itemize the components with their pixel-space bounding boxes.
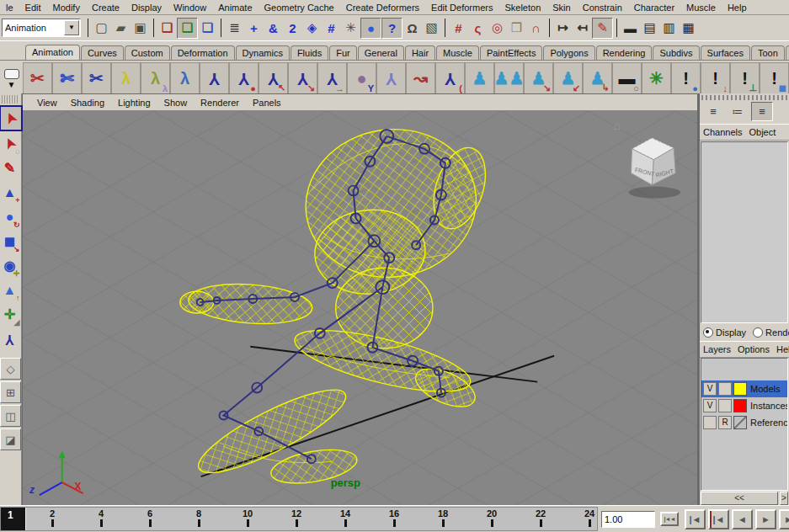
timeline-frame[interactable]: 20 xyxy=(467,508,516,530)
menu-item[interactable]: Animate xyxy=(212,2,258,13)
select-misc-icon[interactable]: ? xyxy=(381,18,402,39)
timeline-frame[interactable]: 4 xyxy=(77,508,125,530)
rotate-tool[interactable]: ● ↻ xyxy=(0,205,21,229)
shelf-tab[interactable]: Hair xyxy=(405,45,435,60)
layer-color-swatch[interactable] xyxy=(733,382,747,396)
select-rendering-icon[interactable]: ● xyxy=(360,18,381,39)
menu-item[interactable]: Help xyxy=(722,2,753,13)
soft-modification-tool[interactable]: ▲ ↑ xyxy=(0,278,21,302)
timeline-frame[interactable]: 6 xyxy=(125,508,174,530)
play-backwards-button[interactable]: ◄ xyxy=(732,509,753,529)
layer-reference-toggle[interactable]: R xyxy=(718,416,732,429)
last-tool[interactable]: Y xyxy=(0,327,21,351)
menu-item[interactable]: Display xyxy=(125,2,168,13)
shelf-tab[interactable]: Dynamics xyxy=(236,45,290,60)
shelf-character-move-icon[interactable]: ♟ ↙ xyxy=(553,62,583,94)
shelf-detach-skin-icon[interactable]: Y xyxy=(376,62,406,94)
snap-align-icon[interactable]: ∩ xyxy=(526,19,546,38)
menu-item[interactable]: Character xyxy=(628,2,680,13)
render-settings-icon[interactable]: ▦ xyxy=(679,19,698,38)
layout-persp-outliner-button[interactable]: ◫ xyxy=(0,405,21,427)
layer-visibility-toggle[interactable]: V xyxy=(703,399,717,412)
layer-row[interactable]: R Reference xyxy=(701,414,787,431)
shelf-motion-path-icon[interactable]: ↝ xyxy=(406,62,435,94)
shelf-warn-axes-icon[interactable]: ! ⊥ xyxy=(730,62,760,94)
shelf-tab[interactable]: General xyxy=(358,45,404,60)
layer-editor-menu-item[interactable]: Layers xyxy=(701,343,736,355)
layer-reference-toggle[interactable] xyxy=(718,399,732,412)
shelf-tab[interactable]: Polygons xyxy=(543,45,594,60)
timeline-frame[interactable]: 16 xyxy=(370,508,418,530)
channel-box-menu-item[interactable]: Channels xyxy=(701,126,747,138)
scroll-right-button[interactable]: > xyxy=(780,492,788,505)
render-view-icon[interactable]: ▬ xyxy=(621,19,640,38)
select-surfaces-icon[interactable]: ◈ xyxy=(302,19,322,38)
go-to-start-button[interactable]: |◄ xyxy=(685,509,706,529)
selection-mask-menu-icon[interactable]: ≣ xyxy=(225,19,244,38)
output-connections-icon[interactable]: ↤ xyxy=(573,19,592,38)
shelf-popup-icon[interactable] xyxy=(4,69,19,79)
shelf-menu-arrow-icon[interactable]: ▼ xyxy=(8,82,16,88)
input-connections-icon[interactable]: ↦ xyxy=(553,19,573,38)
shelf-expression-icon[interactable]: ✳ xyxy=(642,62,671,94)
shelf-insert-joint-icon[interactable]: Y → xyxy=(317,62,347,94)
menu-item[interactable]: Constrain xyxy=(577,2,628,13)
menu-item[interactable]: Muscle xyxy=(680,2,722,13)
shelf-tab[interactable]: Rendering xyxy=(596,45,653,60)
channel-box-menu-item[interactable]: Object xyxy=(747,126,781,138)
channel-layout-detail-icon[interactable]: ≔ xyxy=(727,102,749,121)
layer-editor-menu-item[interactable]: Options xyxy=(736,343,775,355)
shelf-warn-cube-icon[interactable]: ! ◼ xyxy=(760,62,789,94)
play-forwards-button[interactable]: ► xyxy=(755,509,776,529)
menu-item[interactable]: Edit xyxy=(19,2,47,13)
snap-curve-icon[interactable]: ς xyxy=(468,19,488,38)
show-manipulator-tool[interactable]: ✛ ◢ xyxy=(0,302,21,327)
shelf-tab[interactable]: Toon xyxy=(751,45,785,60)
snap-grid-icon[interactable]: # xyxy=(449,19,468,38)
shelf-tab[interactable]: Subdivs xyxy=(653,45,699,60)
shelf-character-icon[interactable]: ♟ xyxy=(465,62,494,94)
shelf-bind-skin-icon[interactable]: ● Y xyxy=(347,62,376,94)
snap-point-icon[interactable]: ◎ xyxy=(488,19,507,38)
shelf-character-attach-icon[interactable]: ♟ ↘ xyxy=(524,62,553,94)
menu-item[interactable]: Edit Deformers xyxy=(425,2,498,13)
shelf-tab[interactable]: Fluids xyxy=(291,45,328,60)
select-deformations-icon[interactable]: # xyxy=(322,19,341,38)
timeline-frame[interactable]: 14 xyxy=(321,508,370,530)
viewport-menu-item[interactable]: View xyxy=(31,97,63,109)
menu-item[interactable]: Geometry Cache xyxy=(259,2,340,13)
layer-row[interactable]: V Instances xyxy=(701,397,787,414)
shelf-tab[interactable]: Fur xyxy=(329,45,357,60)
channel-layout-list-icon[interactable]: ≡ xyxy=(702,102,724,121)
viewport-menu-item[interactable]: Lighting xyxy=(112,97,157,109)
shelf-ik-handle-icon[interactable]: Y ● xyxy=(229,62,259,94)
highlight-selection-icon[interactable]: ▧ xyxy=(422,19,441,38)
timeline-frame[interactable]: 18 xyxy=(418,508,467,530)
step-forward-button[interactable]: ► xyxy=(779,509,789,529)
timeline-strip[interactable]: 1 2 4 6 8 xyxy=(0,507,598,531)
chevron-down-icon[interactable]: ▼ xyxy=(64,20,79,35)
save-scene-icon[interactable]: ▣ xyxy=(131,19,150,38)
shelf-walk-cycle-icon[interactable]: λ λ xyxy=(141,62,170,94)
shelf-walk-icon[interactable]: λ xyxy=(111,62,141,94)
render-radio[interactable]: Render xyxy=(753,327,789,338)
open-scene-icon[interactable]: ▰ xyxy=(111,19,131,38)
toolbox-grip[interactable] xyxy=(2,95,19,104)
layer-color-swatch[interactable] xyxy=(733,399,747,412)
shelf-tab[interactable]: PaintEffects xyxy=(480,45,543,60)
shelf-spline-ik-icon[interactable]: Y ( xyxy=(435,62,465,94)
shelf-joint-tool-icon[interactable]: Y xyxy=(200,62,229,94)
timeline-frame[interactable]: 24 xyxy=(565,508,614,530)
layout-four-pane-button[interactable]: ⊞ xyxy=(0,381,21,403)
menu-item[interactable]: Modify xyxy=(47,2,86,13)
layer-reference-toggle[interactable] xyxy=(718,382,732,396)
paint-select-tool[interactable]: ✎ xyxy=(0,156,21,180)
shelf-key-scale-icon[interactable]: ✂ xyxy=(82,62,111,94)
menu-item[interactable]: Skin xyxy=(546,2,576,13)
layout-persp-graph-button[interactable]: ◪ xyxy=(0,428,21,450)
shelf-warn-arrow-icon[interactable]: ! ↓ xyxy=(701,62,730,94)
menu-item[interactable]: Create xyxy=(86,2,125,13)
viewport-menu-item[interactable]: Panels xyxy=(247,97,287,109)
shelf-character-mirror-icon[interactable]: ♟♟ xyxy=(494,62,524,94)
menu-item[interactable]: Create Deformers xyxy=(340,2,425,13)
